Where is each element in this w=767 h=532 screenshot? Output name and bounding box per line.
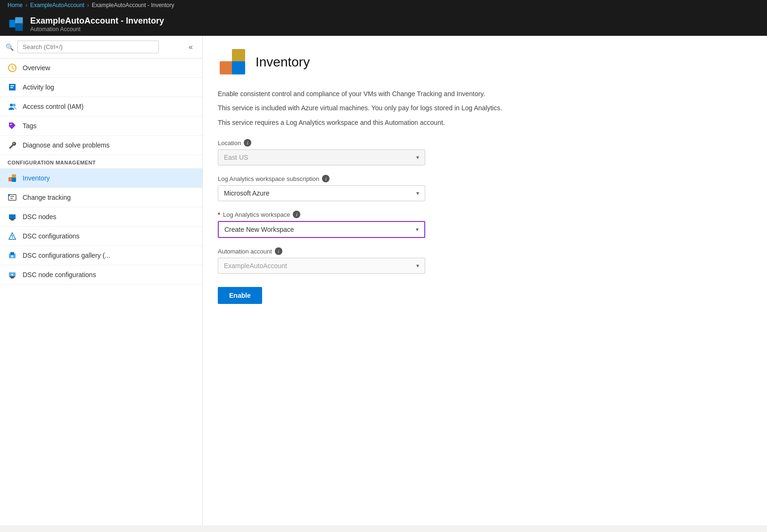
workspace-info-icon[interactable]: i — [293, 211, 300, 218]
sidebar-item-dsc-nodes-label: DSC nodes — [23, 213, 57, 221]
main-content: Inventory Enable consistent control and … — [203, 36, 767, 525]
breadcrumb: Home › ExampleAutoAccount › ExampleAutoA… — [0, 0, 767, 12]
breadcrumb-home[interactable]: Home — [8, 2, 23, 8]
workspace-sub-chevron: ▾ — [416, 190, 419, 196]
sidebar-item-activity-log[interactable]: Activity log — [0, 78, 202, 97]
automation-value: ExampleAutoAccount — [224, 262, 287, 270]
workspace-sub-value: Microsoft Azure — [224, 189, 269, 197]
breadcrumb-account[interactable]: ExampleAutoAccount — [30, 2, 84, 8]
page-header: Inventory — [218, 47, 752, 77]
automation-chevron: ▾ — [416, 262, 419, 269]
workspace-sub-label: Log Analytics workspace subscription — [218, 175, 319, 182]
search-input[interactable] — [17, 41, 159, 53]
inventory-icon — [8, 173, 17, 183]
svg-rect-24 — [10, 252, 14, 255]
sidebar-item-dsc-config-label: DSC configurations — [23, 232, 80, 240]
iam-icon — [8, 102, 17, 111]
svg-rect-30 — [220, 61, 233, 74]
search-icon: 🔍 — [6, 43, 14, 51]
sidebar-item-iam-label: Access control (IAM) — [23, 103, 83, 110]
svg-rect-27 — [10, 276, 15, 278]
svg-rect-16 — [8, 194, 10, 196]
workspace-dropdown[interactable]: Create New Workspace ▾ — [218, 221, 425, 238]
sidebar-item-activity-log-label: Activity log — [23, 83, 54, 91]
description-2: This service is included with Azure virt… — [218, 103, 752, 113]
sidebar-item-dsc-gallery-label: DSC configurations gallery (... — [23, 252, 110, 259]
sidebar-item-dsc-nodes[interactable]: DSC nodes — [0, 207, 202, 227]
location-label: Location — [218, 139, 241, 147]
workspace-label: Log Analytics workspace — [223, 211, 290, 218]
location-chevron: ▾ — [416, 154, 419, 161]
page-header-title: ExampleAutoAccount - Inventory — [30, 16, 164, 26]
workspace-sub-group: Log Analytics workspace subscription i M… — [218, 175, 752, 201]
inventory-page-icon — [218, 47, 248, 77]
sidebar-nav: Overview Activity log Access control (IA… — [0, 58, 202, 525]
description-3: This service requires a Log Analytics wo… — [218, 117, 752, 128]
breadcrumb-current: ExampleAutoAccount - Inventory — [92, 2, 174, 8]
svg-rect-28 — [11, 278, 14, 278]
descriptions: Enable consistent control and compliance… — [218, 89, 752, 128]
sidebar-search-area: 🔍 « — [0, 36, 202, 58]
overview-icon — [8, 63, 17, 73]
svg-point-22 — [12, 237, 13, 238]
required-indicator: * — [218, 211, 220, 218]
svg-rect-12 — [12, 178, 16, 182]
sidebar-item-dsc-node-config-label: DSC node configurations — [23, 271, 96, 278]
wrench-icon — [8, 140, 17, 150]
sidebar-item-change-tracking-label: Change tracking — [23, 194, 71, 201]
sidebar-item-tags-label: Tags — [23, 122, 37, 130]
tags-icon — [8, 121, 17, 131]
svg-rect-31 — [232, 49, 245, 62]
sidebar-item-diagnose[interactable]: Diagnose and solve problems — [0, 136, 202, 155]
svg-rect-5 — [10, 85, 14, 86]
sidebar-item-overview[interactable]: Overview — [0, 58, 202, 78]
svg-point-9 — [10, 124, 12, 125]
description-1: Enable consistent control and compliance… — [218, 89, 752, 99]
svg-rect-32 — [232, 61, 245, 74]
svg-rect-19 — [11, 220, 14, 221]
change-tracking-icon — [8, 193, 17, 202]
sidebar: 🔍 « Overview Activity log — [0, 36, 203, 525]
sidebar-item-dsc-configurations[interactable]: DSC configurations — [0, 227, 202, 246]
collapse-button[interactable]: « — [185, 41, 197, 53]
enable-button[interactable]: Enable — [218, 287, 262, 304]
page-header-subtitle: Automation Account — [30, 26, 164, 33]
location-value: East US — [224, 154, 248, 161]
sidebar-item-access-control[interactable]: Access control (IAM) — [0, 97, 202, 116]
automation-info-icon[interactable]: i — [275, 247, 282, 255]
svg-rect-6 — [10, 87, 13, 88]
svg-point-8 — [13, 104, 16, 106]
workspace-value: Create New Workspace — [224, 226, 294, 233]
workspace-chevron: ▾ — [416, 226, 419, 233]
dsc-gallery-icon — [8, 251, 17, 260]
location-info-icon[interactable]: i — [244, 139, 251, 147]
svg-rect-25 — [11, 255, 13, 257]
svg-point-29 — [11, 274, 13, 276]
sidebar-item-dsc-gallery[interactable]: DSC configurations gallery (... — [0, 246, 202, 265]
sidebar-item-diagnose-label: Diagnose and solve problems — [23, 141, 109, 149]
dsc-nodes-icon — [8, 212, 17, 221]
automation-label: Automation account — [218, 248, 272, 255]
automation-dropdown[interactable]: ExampleAutoAccount ▾ — [218, 258, 425, 274]
svg-rect-2 — [15, 23, 23, 31]
workspace-sub-dropdown[interactable]: Microsoft Azure ▾ — [218, 185, 425, 201]
dsc-node-config-icon — [8, 270, 17, 279]
top-bar: ExampleAutoAccount - Inventory Automatio… — [0, 12, 767, 36]
page-title: Inventory — [256, 55, 310, 70]
activity-log-icon — [8, 82, 17, 92]
sidebar-item-tags[interactable]: Tags — [0, 116, 202, 136]
location-group: Location i East US ▾ — [218, 139, 752, 165]
sidebar-item-change-tracking[interactable]: Change tracking — [0, 188, 202, 207]
workspace-group: * Log Analytics workspace i Create New W… — [218, 211, 752, 238]
automation-icon — [8, 16, 25, 33]
main-layout: 🔍 « Overview Activity log — [0, 36, 767, 525]
sidebar-item-dsc-node-config[interactable]: DSC node configurations — [0, 265, 202, 285]
sidebar-item-inventory[interactable]: Inventory — [0, 169, 202, 188]
location-dropdown[interactable]: East US ▾ — [218, 149, 425, 165]
sidebar-item-inventory-label: Inventory — [23, 174, 50, 182]
sidebar-item-overview-label: Overview — [23, 64, 50, 72]
workspace-sub-info-icon[interactable]: i — [322, 175, 330, 182]
automation-account-group: Automation account i ExampleAutoAccount … — [218, 247, 752, 274]
dsc-config-icon — [8, 231, 17, 241]
svg-point-7 — [10, 104, 13, 106]
